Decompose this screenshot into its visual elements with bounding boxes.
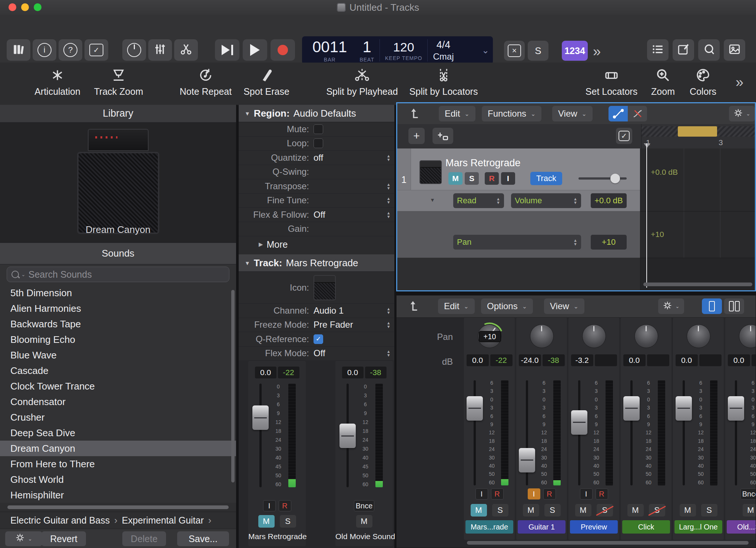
sound-list-item[interactable]: Condensator: [0, 394, 236, 410]
row-value[interactable]: Audio 1: [314, 305, 344, 316]
track-header[interactable]: 1 Mars Retrograde M S R I Track ▼ Read: [397, 148, 640, 211]
zoom-tool[interactable]: Zoom: [644, 66, 682, 102]
sound-list-item[interactable]: 5th Dimension: [0, 285, 236, 301]
peak-level-value[interactable]: -22: [490, 354, 513, 366]
input-monitoring-button[interactable]: I: [501, 172, 515, 185]
checkbox[interactable]: [314, 138, 323, 148]
mute-button[interactable]: M: [627, 504, 644, 517]
bounce-button[interactable]: Bnce: [354, 500, 375, 511]
library-toggle-button[interactable]: [7, 39, 30, 61]
sound-list-item[interactable]: Blooming Echo: [0, 332, 236, 347]
peak-level-value[interactable]: -38: [365, 367, 387, 378]
track-inspector-header[interactable]: ▼ Track: Mars Retrograde: [239, 254, 394, 272]
peak-level-value[interactable]: [647, 354, 669, 366]
channel-name[interactable]: Larg...l One: [674, 520, 722, 534]
slider-knob[interactable]: [610, 174, 620, 183]
sound-list-item[interactable]: Ghost World: [0, 472, 236, 487]
mute-button[interactable]: M: [523, 504, 539, 517]
record-enable-button[interactable]: R: [543, 488, 556, 499]
peak-level-value[interactable]: [595, 354, 617, 366]
checkbox[interactable]: [314, 124, 323, 134]
volume-fader[interactable]: [252, 405, 269, 430]
editors-button[interactable]: [174, 39, 198, 61]
browsers-button[interactable]: [724, 39, 745, 61]
solo-button[interactable]: S: [597, 504, 613, 517]
track-name[interactable]: Mars Retrograde: [445, 157, 521, 169]
input-monitoring-button[interactable]: I: [528, 488, 540, 499]
stepper-icon[interactable]: [387, 197, 391, 204]
mute-button[interactable]: M: [575, 504, 591, 517]
sound-list-item[interactable]: Backwards Tape: [0, 316, 236, 332]
volume-db-value[interactable]: 0.0: [467, 354, 489, 366]
volume-fader[interactable]: [676, 396, 692, 421]
input-monitoring-button[interactable]: I: [580, 488, 593, 499]
stepper-icon[interactable]: [387, 307, 391, 314]
toolbar-overflow-button[interactable]: »: [593, 44, 601, 60]
playhead[interactable]: [646, 143, 647, 288]
mute-button[interactable]: M: [680, 504, 696, 517]
route-up-button[interactable]: [408, 107, 421, 121]
disclosure-down-icon[interactable]: ▼: [430, 197, 435, 203]
volume-fader[interactable]: [519, 448, 535, 472]
region-inspector-header[interactable]: ▼ Region: Audio Defaults: [239, 105, 394, 122]
volume-fader[interactable]: [728, 396, 744, 421]
stepper-icon[interactable]: [387, 350, 391, 357]
more-disclosure[interactable]: ▶ More: [239, 237, 414, 252]
mixer-options-menu[interactable]: Options⌄: [481, 298, 533, 314]
pan-knob[interactable]: [530, 324, 554, 348]
add-track-button[interactable]: +: [408, 128, 425, 144]
mixer-horizontal-scrollbar[interactable]: [467, 541, 749, 545]
toolbar-toggle-button[interactable]: [84, 39, 108, 61]
pan-value[interactable]: +10: [479, 331, 501, 342]
volume-db-value[interactable]: -24.0: [519, 354, 541, 366]
mixer-settings-button[interactable]: ⌄: [658, 298, 684, 314]
list-editors-button[interactable]: [647, 39, 669, 61]
save-button[interactable]: Save...: [177, 531, 229, 546]
lcd-display[interactable]: 0011 BAR 1 BEAT 120 KEEP TEMPO 4/4 Cmaj …: [302, 36, 493, 64]
peak-level-value[interactable]: -22: [278, 367, 299, 378]
tracks-functions-menu[interactable]: Functions⌄: [482, 106, 541, 121]
volume-fader[interactable]: [571, 410, 587, 435]
track-button[interactable]: Track: [530, 172, 562, 185]
pan-knob[interactable]: [739, 324, 756, 348]
track-icon[interactable]: [420, 160, 442, 184]
row-value[interactable]: Pre Fader: [314, 320, 353, 330]
row-value[interactable]: Off: [314, 348, 325, 358]
volume-db-value[interactable]: 0.0: [255, 367, 276, 378]
mute-button[interactable]: M: [356, 515, 372, 528]
record-button[interactable]: [271, 39, 295, 61]
stepper-icon[interactable]: [387, 211, 391, 218]
volume-fader[interactable]: [467, 396, 483, 421]
midi-draw-tool-button[interactable]: [628, 106, 647, 121]
breadcrumb-item[interactable]: Experimental Guitar: [122, 515, 204, 526]
channel-name[interactable]: Old...So: [727, 520, 756, 534]
x-mode-button[interactable]: [504, 41, 525, 61]
count-in-button[interactable]: 1234: [562, 41, 588, 61]
record-enable-button[interactable]: R: [485, 172, 499, 185]
lcd-dropdown-icon[interactable]: ⌄: [482, 45, 489, 56]
sound-list-item[interactable]: Deep Sea Dive: [0, 425, 236, 441]
volume-fader[interactable]: [623, 396, 640, 421]
sound-list-item[interactable]: Crusher: [0, 410, 236, 425]
tool-strip-overflow-button[interactable]: »: [736, 74, 743, 90]
split-by-locators-tool[interactable]: Split by Locators: [401, 66, 486, 102]
sound-list-item[interactable]: Dream Canyon: [0, 441, 236, 456]
playhead-marker[interactable]: [644, 143, 650, 148]
automation-parameter-dropdown[interactable]: Volume: [511, 193, 581, 208]
single-view-toggle-button[interactable]: [702, 298, 722, 314]
mute-button[interactable]: M: [258, 515, 275, 528]
mute-button[interactable]: M: [448, 172, 462, 185]
automation-value[interactable]: +10: [591, 235, 627, 250]
channel-name[interactable]: Mars...rade: [465, 520, 513, 534]
solo-button[interactable]: S: [465, 172, 479, 185]
sound-list-item[interactable]: Clock Tower Trance: [0, 378, 236, 394]
automation-parameter-dropdown[interactable]: Pan: [453, 235, 581, 250]
row-value[interactable]: off: [314, 153, 323, 163]
lcd-signature[interactable]: 4/4 Cmaj: [433, 39, 454, 62]
sound-list-item[interactable]: From Here to There: [0, 456, 236, 472]
record-enable-button[interactable]: R: [279, 500, 291, 511]
colors-tool[interactable]: Colors: [683, 66, 723, 102]
mute-button[interactable]: M: [743, 504, 756, 517]
volume-db-value[interactable]: 0.0: [676, 354, 698, 366]
track-lanes[interactable]: +0.0 dB +10: [640, 148, 755, 290]
